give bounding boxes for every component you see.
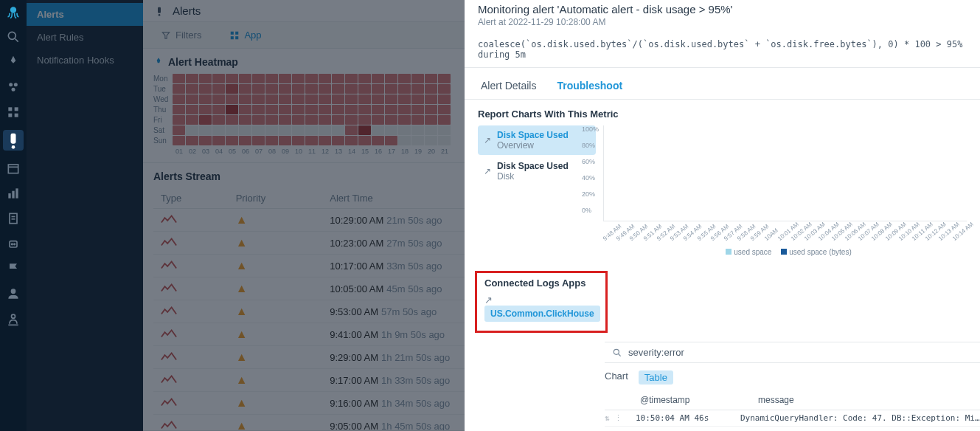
page-title: Alerts <box>173 4 201 17</box>
priority-icon: ▲ <box>236 213 248 226</box>
report-list: ↗Disk Space UsedOverview↗Disk Space Used… <box>478 125 596 186</box>
alert-expression: coalesce(`os.disk.used.bytes`/(`os.disk.… <box>465 32 980 68</box>
type-icon <box>161 214 177 224</box>
type-icon <box>161 351 177 362</box>
search-query: severity:error <box>628 347 684 358</box>
priority-icon: ▲ <box>236 282 248 294</box>
log-row[interactable]: ⇅⋮10:50:04 AM 46sDynamicQueryHandler: Co… <box>605 410 980 427</box>
log-timestamp: 10:50:04 AM 46s <box>636 413 731 423</box>
calendar-icon[interactable] <box>6 161 21 176</box>
infra-icon[interactable] <box>6 80 21 94</box>
priority-icon: ▲ <box>236 328 248 340</box>
svg-point-22 <box>14 244 15 245</box>
ops-icon[interactable] <box>6 311 21 326</box>
doc-icon[interactable] <box>6 211 21 226</box>
flag-icon[interactable] <box>6 261 21 276</box>
priority-icon: ▲ <box>236 305 248 317</box>
svg-rect-8 <box>8 114 12 117</box>
col-priority[interactable]: Priority <box>229 188 323 209</box>
log-row[interactable]: ⇅⋮10:50:04 AM 46sDynamicQueryHandler: Co… <box>605 427 980 431</box>
panel-title: Monitoring alert 'Automatic alert - disk… <box>478 3 967 15</box>
connected-app-chip[interactable]: US.Common.ClickHouse <box>484 306 600 322</box>
svg-rect-26 <box>158 7 161 13</box>
svg-line-2 <box>15 39 18 42</box>
chart-icon[interactable] <box>6 186 21 201</box>
log-message: DynamicQueryHandler: Code: 47. DB::Excep… <box>740 413 980 423</box>
col-type[interactable]: Type <box>153 188 229 209</box>
report-item[interactable]: ↗Disk Space UsedDisk <box>478 156 596 186</box>
svg-point-3 <box>9 83 13 86</box>
app-filter-label: App <box>244 30 261 41</box>
priority-icon: ▲ <box>236 236 248 249</box>
rocket-icon[interactable] <box>6 55 21 69</box>
log-rows: ⇅⋮10:50:04 AM 46sDynamicQueryHandler: Co… <box>465 410 980 431</box>
sidenav: Alerts Alert Rules Notification Hooks <box>27 0 143 431</box>
legend-1: used space (bytes) <box>789 248 852 256</box>
type-icon <box>161 306 177 316</box>
chart-legend: used space used space (bytes) <box>603 248 967 256</box>
alert-title-icon <box>153 5 165 17</box>
type-icon <box>161 237 177 247</box>
priority-icon: ▲ <box>236 373 248 386</box>
expand-icon[interactable]: ⇅ <box>605 413 610 423</box>
svg-point-1 <box>8 32 15 39</box>
tab-troubleshoot[interactable]: Troubleshoot <box>554 75 625 99</box>
logo-icon[interactable] <box>6 4 21 19</box>
type-icon <box>161 397 177 407</box>
sidenav-alerts[interactable]: Alerts <box>27 3 143 26</box>
svg-rect-6 <box>8 107 12 111</box>
pin-icon <box>153 57 164 67</box>
sidenav-alert-rules[interactable]: Alert Rules <box>27 26 143 49</box>
sidenav-notification-hooks[interactable]: Notification Hooks <box>27 49 143 72</box>
filters-button[interactable]: Filters <box>153 27 209 44</box>
svg-rect-9 <box>15 114 18 117</box>
connected-logs-title: Connected Logs Apps <box>484 277 598 289</box>
subtab-table[interactable]: Table <box>639 370 673 385</box>
svg-point-21 <box>12 244 13 245</box>
svg-rect-15 <box>12 191 14 199</box>
search-small-icon <box>612 348 622 358</box>
connected-logs-box: Connected Logs Apps ↗ US.Common.ClickHou… <box>475 271 608 333</box>
svg-point-27 <box>159 14 161 16</box>
loghdr-timestamp[interactable]: @timestamp <box>640 395 729 405</box>
svg-point-23 <box>11 289 16 294</box>
svg-rect-31 <box>236 36 239 39</box>
svg-point-0 <box>10 7 16 13</box>
priority-icon: ▲ <box>236 259 248 272</box>
search-icon[interactable] <box>6 30 21 44</box>
tab-alert-details[interactable]: Alert Details <box>478 75 539 99</box>
svg-rect-29 <box>236 31 239 34</box>
svg-point-32 <box>614 349 619 354</box>
heatmap-daylabels: MonTueWedThuFriSatSun <box>153 74 168 155</box>
type-icon <box>161 260 177 270</box>
bot-icon[interactable] <box>6 236 21 251</box>
type-icon <box>161 283 177 293</box>
panel-subtitle: Alert at 2022-11-29 10:28:00 AM <box>478 17 967 27</box>
type-icon <box>161 374 177 385</box>
subtab-chart[interactable]: Chart <box>605 370 628 385</box>
type-icon <box>161 328 177 339</box>
loghdr-message[interactable]: message <box>758 395 794 405</box>
svg-rect-28 <box>231 31 234 34</box>
svg-rect-12 <box>8 165 18 173</box>
svg-line-33 <box>619 354 621 356</box>
filter-icon <box>161 30 171 41</box>
user-icon[interactable] <box>6 286 21 301</box>
priority-icon: ▲ <box>236 351 248 363</box>
svg-point-24 <box>12 314 15 318</box>
type-icon <box>161 420 177 430</box>
report-item[interactable]: ↗Disk Space UsedOverview <box>478 125 596 155</box>
log-search[interactable]: severity:error <box>605 342 980 363</box>
grid-small-icon <box>229 30 240 41</box>
svg-rect-14 <box>8 193 10 199</box>
svg-rect-30 <box>231 36 234 39</box>
svg-point-11 <box>12 145 15 149</box>
priority-icon: ▲ <box>236 419 248 431</box>
reports-title: Report Charts With This Metric <box>478 108 967 120</box>
grid-icon[interactable] <box>6 105 21 120</box>
app-filter-button[interactable]: App <box>222 27 268 44</box>
alerts-icon[interactable] <box>3 130 24 151</box>
metric-chart[interactable]: 100%80%60%40%20%0%9:48 AM9:49 AM9:50 AM9… <box>603 125 967 221</box>
svg-rect-7 <box>15 107 18 111</box>
more-icon[interactable]: ⋮ <box>614 413 622 423</box>
